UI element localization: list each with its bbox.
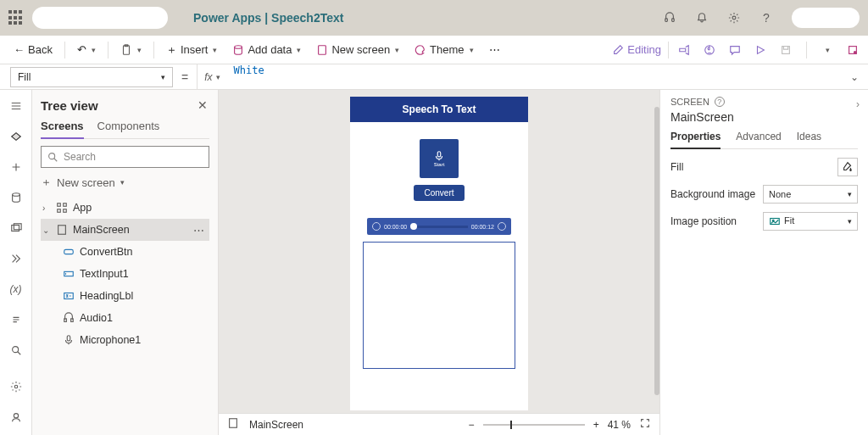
tree-search-input[interactable]: Search	[41, 146, 209, 168]
insert-button[interactable]: ＋Insert▾	[161, 39, 223, 61]
svg-rect-13	[14, 224, 21, 230]
new-screen-label: New screen	[331, 43, 390, 56]
notifications-icon[interactable]	[695, 11, 709, 25]
tab-components[interactable]: Components	[97, 120, 160, 138]
theme-button[interactable]: Theme▾	[409, 40, 478, 59]
tree-view-icon[interactable]	[8, 129, 24, 144]
add-data-button[interactable]: Add data▾	[227, 40, 306, 59]
formula-input[interactable]: White	[227, 64, 841, 89]
fit-to-screen-icon[interactable]	[639, 417, 651, 432]
close-panel-icon[interactable]: ✕	[198, 98, 208, 112]
tree-view-panel: Tree view ✕ Screens Components Search ＋N…	[32, 90, 219, 435]
zoom-out-icon[interactable]: −	[469, 419, 475, 431]
editing-label: Editing	[627, 43, 661, 56]
new-screen-tree-label: New screen	[57, 176, 115, 189]
help-icon[interactable]: ?	[760, 11, 773, 25]
publish-icon[interactable]	[846, 43, 860, 57]
settings-rail-icon[interactable]	[8, 379, 24, 394]
app-checker-icon[interactable]	[703, 43, 716, 57]
panel-collapse-icon[interactable]: ›	[856, 98, 860, 110]
hamburger-icon[interactable]	[8, 98, 24, 114]
insert-rail-icon[interactable]	[8, 159, 24, 175]
paste-button[interactable]: ▾	[115, 41, 147, 59]
app-launcher-icon[interactable]	[8, 10, 24, 25]
back-label: Back	[28, 43, 53, 56]
help-circle-icon[interactable]: ?	[715, 97, 725, 107]
publish-split-chev[interactable]: ▾	[821, 43, 834, 57]
audio-menu-icon[interactable]	[498, 222, 506, 231]
property-selector[interactable]: Fill ▾	[10, 67, 173, 87]
screen-label: SCREEN	[670, 97, 709, 107]
svg-point-5	[235, 45, 242, 48]
zoom-slider[interactable]	[483, 424, 585, 426]
bgimage-value: None	[769, 189, 791, 199]
environment-pill[interactable]	[32, 7, 168, 29]
svg-rect-21	[64, 209, 67, 213]
svg-rect-30	[230, 419, 237, 428]
svg-rect-0	[665, 19, 668, 22]
tab-screens[interactable]: Screens	[41, 120, 84, 139]
comments-icon[interactable]	[728, 43, 742, 57]
new-screen-cmd[interactable]: New screen▾	[311, 40, 404, 59]
svg-rect-27	[71, 319, 74, 322]
undo-button[interactable]: ↶▾	[72, 40, 101, 59]
fill-color-swatch[interactable]	[837, 158, 858, 176]
preview-icon[interactable]	[754, 43, 767, 57]
property-name: Fill	[18, 71, 31, 83]
tree-item-audio[interactable]: Audio1	[41, 307, 209, 329]
tab-properties[interactable]: Properties	[670, 131, 721, 149]
tree-item-mainscreen[interactable]: ⌄ MainScreen ⋯	[41, 219, 209, 241]
tree-item-convertbtn[interactable]: ConvertBtn	[41, 241, 209, 263]
svg-point-16	[14, 414, 18, 418]
canvas-convert-button[interactable]: Convert	[414, 185, 464, 201]
play-icon[interactable]	[372, 222, 381, 231]
virtual-agent-icon[interactable]	[663, 11, 676, 25]
fx-button[interactable]: fx▾	[197, 64, 226, 89]
canvas-microphone[interactable]: Start	[420, 139, 459, 178]
tree-item-headinglbl[interactable]: HeadingLbl	[41, 285, 209, 307]
search-rail-icon[interactable]	[8, 343, 24, 358]
virtual-agent-rail-icon[interactable]	[8, 410, 24, 425]
canvas-audio-player[interactable]: 00:00:00 00:00:12	[367, 218, 511, 235]
variables-icon[interactable]: (x)	[8, 282, 24, 297]
screen-icon	[227, 417, 239, 432]
settings-icon[interactable]	[727, 11, 741, 25]
tree-item-textinput[interactable]: TextInput1	[41, 263, 209, 285]
imgpos-label: Image position	[670, 215, 737, 227]
advanced-tools-icon[interactable]	[8, 312, 24, 327]
power-automate-icon[interactable]	[8, 251, 24, 266]
screen-name: MainScreen	[670, 110, 858, 124]
share-icon[interactable]	[677, 43, 691, 57]
insert-label: Insert	[181, 43, 209, 56]
tree-item-app[interactable]: › App	[41, 197, 209, 219]
svg-rect-12	[11, 226, 19, 231]
overflow-button[interactable]: ⋯	[484, 40, 505, 59]
app-canvas[interactable]: Speech To Text Start Convert 00:00:00 00…	[350, 97, 528, 410]
bgimage-select[interactable]: None▾	[763, 185, 858, 204]
tree-item-more-icon[interactable]: ⋯	[193, 224, 209, 237]
imgpos-select[interactable]: Fit ▾	[763, 212, 858, 231]
expand-formula-icon[interactable]: ⌄	[841, 71, 868, 83]
new-screen-button[interactable]: ＋New screen▾	[41, 175, 209, 190]
media-rail-icon[interactable]	[8, 220, 24, 236]
chevron-down-icon: ▾	[161, 73, 165, 81]
canvas-textinput[interactable]	[363, 242, 515, 369]
tree-label: TextInput1	[80, 268, 129, 280]
tab-ideas[interactable]: Ideas	[797, 131, 821, 148]
tab-advanced[interactable]: Advanced	[736, 131, 781, 148]
zoom-in-icon[interactable]: +	[593, 419, 599, 431]
account-pill[interactable]	[792, 8, 860, 28]
tree-label: Audio1	[80, 312, 113, 324]
save-icon[interactable]	[779, 43, 793, 57]
svg-rect-3	[123, 45, 129, 54]
svg-rect-25	[64, 293, 74, 299]
editing-mode[interactable]: Editing	[607, 40, 666, 59]
tree-item-microphone[interactable]: Microphone1	[41, 329, 209, 351]
canvas-area: Speech To Text Start Convert 00:00:00 00…	[219, 90, 659, 435]
svg-point-11	[12, 193, 19, 197]
tree-label: ConvertBtn	[80, 246, 133, 258]
data-rail-icon[interactable]	[8, 190, 24, 205]
suite-header: Power Apps | Speech2Text ?	[0, 0, 868, 36]
back-button[interactable]: ←Back	[8, 40, 58, 59]
canvas-heading[interactable]: Speech To Text	[350, 97, 528, 122]
